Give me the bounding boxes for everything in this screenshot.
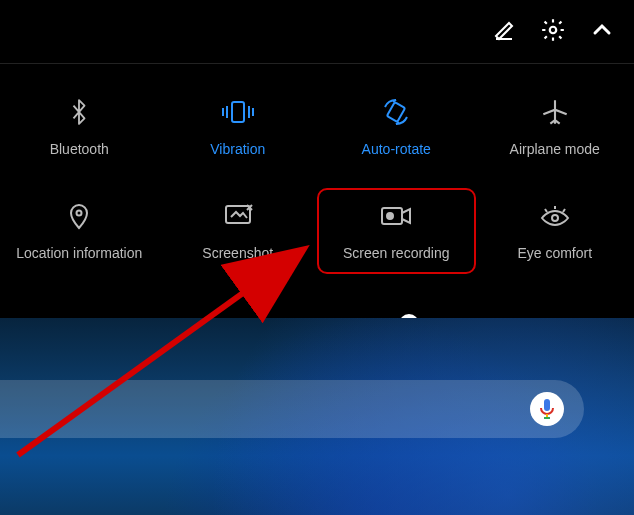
tile-label: Airplane mode bbox=[510, 141, 600, 157]
quick-settings-header bbox=[0, 0, 634, 64]
svg-point-3 bbox=[77, 211, 82, 216]
location-icon bbox=[67, 201, 91, 231]
autorotate-icon bbox=[381, 97, 411, 127]
tile-label: Screen recording bbox=[343, 245, 450, 261]
svg-point-6 bbox=[387, 213, 393, 219]
search-bar[interactable] bbox=[0, 380, 584, 438]
svg-rect-2 bbox=[387, 102, 405, 122]
bluetooth-icon bbox=[68, 97, 90, 127]
airplane-icon bbox=[541, 97, 569, 127]
tile-label: Screenshot bbox=[202, 245, 273, 261]
svg-rect-1 bbox=[232, 102, 244, 122]
svg-point-7 bbox=[552, 215, 558, 221]
edit-icon[interactable] bbox=[492, 18, 516, 46]
tile-label: Bluetooth bbox=[50, 141, 109, 157]
tile-airplane[interactable]: Airplane mode bbox=[476, 84, 635, 170]
tile-label: Vibration bbox=[210, 141, 265, 157]
tile-autorotate[interactable]: Auto-rotate bbox=[317, 84, 476, 170]
eye-comfort-icon bbox=[539, 201, 571, 231]
tile-label: Location information bbox=[16, 245, 142, 261]
tile-screen-recording[interactable]: Screen recording bbox=[317, 188, 476, 274]
screen-recording-icon bbox=[379, 201, 413, 231]
tile-eye-comfort[interactable]: Eye comfort bbox=[476, 188, 635, 274]
screenshot-icon bbox=[223, 201, 253, 231]
mic-icon[interactable] bbox=[530, 392, 564, 426]
tile-label: Auto-rotate bbox=[362, 141, 431, 157]
tile-vibration[interactable]: Vibration bbox=[159, 84, 318, 170]
collapse-icon[interactable] bbox=[590, 18, 614, 46]
tile-bluetooth[interactable]: Bluetooth bbox=[0, 84, 159, 170]
vibration-icon bbox=[221, 97, 255, 127]
svg-point-0 bbox=[550, 26, 557, 33]
tile-location[interactable]: Location information bbox=[0, 188, 159, 274]
svg-rect-8 bbox=[544, 399, 550, 411]
quick-settings-grid: Bluetooth Vibration Auto-rotate Airplane bbox=[0, 64, 634, 298]
tile-screenshot[interactable]: Screenshot bbox=[159, 188, 318, 274]
tile-label: Eye comfort bbox=[517, 245, 592, 261]
settings-icon[interactable] bbox=[540, 17, 566, 47]
